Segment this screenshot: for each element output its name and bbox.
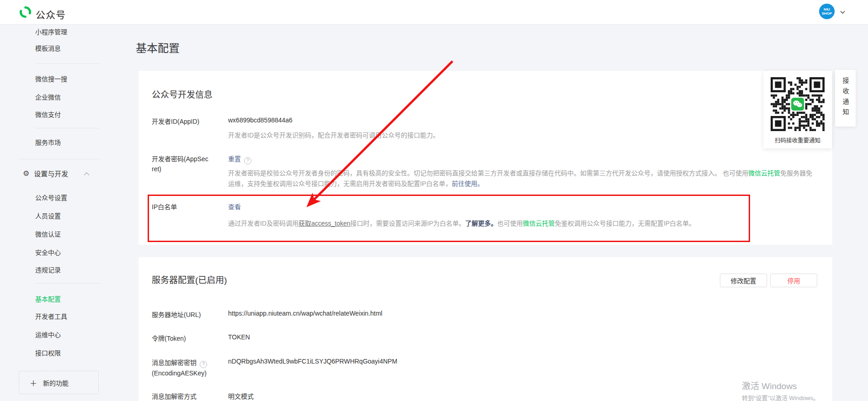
- server-url-value: https://uniapp.niuteam.cn/wap/wchat/rela…: [228, 310, 382, 317]
- qr-notify-card: 扫码接收重要通知: [763, 71, 832, 148]
- sidebar-item-wechat-verification[interactable]: 微信认证: [35, 229, 61, 238]
- appsecret-desc: 开发者密码是校验公众号开发者身份的密码，具有极高的安全性。切记勿把密码直接交给第…: [228, 168, 818, 189]
- qr-caption: 扫码接收重要通知: [763, 136, 832, 144]
- token-value: TOKEN: [228, 333, 250, 341]
- encrypt-mode-value: 明文模式: [228, 391, 254, 401]
- appid-desc: 开发者ID是公众号开发识别码，配合开发者密码可调用公众号的接口能力。: [228, 130, 439, 141]
- chevron-up-icon: [84, 172, 90, 176]
- appsecret-desc-text: 开发者密码是校验公众号开发者身份的密码，具有极高的安全性。切记勿把密码直接交给第…: [228, 169, 748, 177]
- red-highlight-box: [148, 195, 750, 242]
- gear-icon: ⚙: [23, 170, 29, 177]
- sidebar-item-service-market[interactable]: 服务市场: [35, 137, 61, 147]
- sidebar-divider: [19, 159, 100, 159]
- sidebar-item-miniprogram-management[interactable]: 小程序管理: [35, 27, 67, 36]
- topbar: 公众号 Niu Shop: [0, 0, 868, 25]
- go-use-link[interactable]: 前往使用。: [452, 180, 484, 187]
- watermark-line1: 激活 Windows: [742, 379, 819, 391]
- page-title: 基本配置: [136, 39, 180, 55]
- token-label: 令牌(Token): [152, 333, 186, 343]
- server-config-heading: 服务器配置(已启用): [152, 273, 227, 285]
- receive-notification-label: 接收通知: [841, 77, 850, 119]
- wechat-logo-icon: [790, 97, 805, 111]
- sidebar-item-basic-configuration[interactable]: 基本配置: [35, 294, 61, 303]
- sidebar-divider: [35, 283, 100, 284]
- sidebar-item-wechat-pay[interactable]: 微信支付: [35, 110, 61, 119]
- appsecret-label: 开发者密码(AppSecret): [152, 154, 210, 174]
- aeskey-value: nDQRbgsAh3WtedL9wbFC1iLSYJQ6PRWHRqGoayi4…: [228, 358, 397, 365]
- appid-value: wx6899bcd8598844a6: [228, 116, 293, 124]
- brand-title: 公众号: [36, 7, 66, 21]
- sidebar-item-violation-records[interactable]: 违规记录: [35, 265, 61, 274]
- watermark-line2: 转到“设置”以激活 Windows。: [742, 393, 819, 401]
- server-url-label: 服务器地址(URL): [152, 310, 201, 319]
- sidebar-group-label: 设置与开发: [34, 169, 68, 178]
- new-feature-button[interactable]: ＋ 新的功能: [19, 371, 99, 394]
- help-icon[interactable]: ?: [244, 157, 251, 164]
- sidebar-item-operation-center[interactable]: 运维中心: [35, 330, 61, 339]
- aeskey-label-sub: (EncodingAESKey): [152, 369, 207, 377]
- sidebar-group-settings-development[interactable]: ⚙ 设置与开发: [23, 169, 90, 178]
- help-icon[interactable]: ?: [200, 361, 207, 368]
- appsecret-actions: 重置?: [228, 154, 251, 164]
- sidebar-item-template-message[interactable]: 模板消息: [35, 43, 61, 53]
- wechat-official-account-logo-icon: [19, 6, 32, 18]
- sidebar-item-security-center[interactable]: 安全中心: [35, 248, 61, 257]
- sidebar-item-staff-settings[interactable]: 人员设置: [35, 211, 61, 220]
- aeskey-label-text: 消息加解密密钥: [152, 359, 197, 366]
- new-feature-label: 新的功能: [43, 378, 69, 387]
- windows-activation-watermark: 激活 Windows 转到“设置”以激活 Windows。: [742, 379, 819, 401]
- sidebar-item-account-settings[interactable]: 公众号设置: [35, 193, 67, 202]
- sidebar-divider: [35, 128, 100, 128]
- receive-notification-tab[interactable]: 接收通知: [835, 70, 856, 127]
- appid-label: 开发者ID(AppID): [152, 116, 199, 126]
- cloudbase-link[interactable]: 微信云托管: [748, 169, 780, 177]
- sidebar-item-api-permission[interactable]: 接口权限: [35, 348, 61, 357]
- app-window: 公众号 Niu Shop 小程序管理 模板消息 微信搜一搜 企业微信 微信支付 …: [0, 0, 868, 401]
- aeskey-label: 消息加解密密钥? (EncodingAESKey): [152, 358, 207, 378]
- sidebar-item-enterprise-wechat[interactable]: 企业微信: [35, 92, 61, 101]
- sidebar-divider: [35, 63, 100, 64]
- reset-link[interactable]: 重置: [228, 155, 241, 163]
- account-avatar[interactable]: Niu Shop: [819, 4, 835, 19]
- disable-button[interactable]: 停用: [770, 274, 817, 287]
- dev-info-heading: 公众号开发信息: [152, 88, 213, 100]
- sidebar-item-developer-tools[interactable]: 开发者工具: [35, 311, 67, 321]
- modify-config-button[interactable]: 修改配置: [720, 274, 767, 287]
- encrypt-mode-label: 消息加解密方式: [152, 391, 197, 401]
- chevron-down-icon[interactable]: [840, 11, 845, 14]
- plus-icon: ＋: [30, 377, 37, 388]
- sidebar-item-wechat-search[interactable]: 微信搜一搜: [35, 74, 67, 83]
